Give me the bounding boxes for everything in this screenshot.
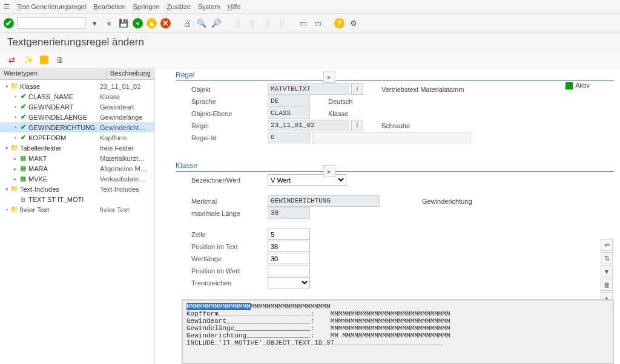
window1-icon[interactable]: ▭ [298, 18, 309, 28]
tree-node-desc: Gewindericht… [100, 124, 145, 131]
field-value[interactable]: CLASS [268, 108, 310, 119]
collapse-section1-icon[interactable]: ▸ [323, 71, 335, 83]
field-value[interactable]: 23_11_01_02 [268, 120, 349, 131]
tree-toggle-icon[interactable]: ▾ [4, 83, 10, 89]
side-delete-icon[interactable]: 🗑 [601, 279, 613, 291]
page-first-icon: ▯ [232, 18, 243, 28]
wlen-label: Wertlänge [191, 255, 268, 262]
tree-node-icon: 📁 [10, 206, 19, 213]
wand-icon[interactable]: ✨ [23, 54, 34, 65]
zeile-input[interactable] [268, 229, 310, 240]
menu-springen[interactable]: Springen [133, 3, 160, 10]
pos-input[interactable] [268, 241, 310, 252]
menu-bearbeiten[interactable]: Bearbeiten [93, 3, 125, 10]
tree-node-label: GEWINDELAENGE [27, 114, 100, 121]
tree-node-desc: Allgemeine M… [100, 165, 147, 172]
tree-row[interactable]: •📁freier Textfreier Text [0, 204, 154, 215]
tree-row[interactable]: •✔KOPFFORMKopfform [0, 132, 154, 143]
up-icon[interactable]: ▲ [147, 18, 157, 28]
tree-node-desc: 23_11_01_02 [100, 83, 140, 90]
tree-toggle-icon[interactable]: ▸ [12, 176, 19, 182]
page-prev-icon: ▯ [247, 18, 258, 28]
dropdown-icon[interactable]: ▾ [89, 18, 100, 28]
tree-row[interactable]: ▾📁Tabellenfelderfreie Felder [0, 143, 154, 153]
tree-col-desc: Beschreibung [107, 68, 154, 79]
toggle-icon[interactable]: ⇄ [6, 54, 17, 65]
tree-toggle-icon[interactable]: • [12, 135, 19, 141]
f4-help-icon[interactable]: i [351, 83, 363, 95]
tree-node-label: MAKT [27, 155, 100, 162]
tree-toggle-icon[interactable]: • [12, 94, 19, 100]
note-icon[interactable] [40, 56, 48, 64]
zeile-label: Zeile [191, 231, 268, 238]
tree-row[interactable]: ▸▦MVKEVerkaufsdate… [0, 174, 154, 184]
menu-hilfe[interactable]: Hilfe [227, 3, 240, 10]
menu-zusaetze[interactable]: Zusätze [167, 3, 191, 10]
bez-label: Bezeichner/Wert [191, 177, 268, 184]
tree-row[interactable]: ▾📁Klasse23_11_01_02 [0, 81, 154, 91]
toolbar-sub: ⇄ ✨ 🗎 [0, 52, 620, 68]
field-value[interactable]: 0 [268, 132, 310, 143]
tree-node-desc: Klasse [100, 93, 120, 100]
settings-icon[interactable]: ⚙ [348, 18, 359, 28]
save-icon[interactable]: 💾 [118, 18, 129, 28]
accept-icon[interactable]: ✔ [4, 18, 14, 28]
tree-toggle-icon[interactable]: ▸ [12, 166, 19, 172]
menu-textgen[interactable]: Text Generierungsregel [17, 3, 86, 10]
menubar: ☰ Text Generierungsregel Bearbeiten Spri… [0, 0, 620, 14]
field-value[interactable]: DE [268, 96, 310, 107]
wlen-input[interactable] [268, 253, 310, 264]
field-rtext: Deutsch [328, 98, 352, 105]
tree-row[interactable]: ▸▦MAKTMaterialkurzt… [0, 153, 154, 163]
tree-row[interactable]: ▸▦MARAAllgemeine M… [0, 163, 154, 174]
tree-row[interactable]: 🗎TEXT ST IT_MOTI [0, 194, 154, 204]
command-field[interactable] [18, 17, 85, 29]
tree-row[interactable]: ▾📁Text-IncludesText-Includes [0, 184, 154, 194]
tree-toggle-icon[interactable]: • [12, 114, 19, 120]
doc-icon[interactable]: 🗎 [54, 54, 65, 65]
tree-toggle-icon[interactable]: ▾ [4, 186, 10, 192]
back-double-icon[interactable]: « [104, 18, 114, 28]
collapse-section2-icon[interactable]: ▸ [323, 165, 335, 177]
side-sort-icon[interactable]: ⇅ [601, 252, 613, 264]
window2-icon[interactable]: ▭ [312, 18, 323, 28]
trenn-select[interactable] [268, 277, 310, 288]
tree-node-label: KOPFFORM [27, 134, 100, 141]
pwert-input[interactable] [268, 265, 310, 276]
side-filter-icon[interactable]: ▼ [601, 265, 613, 278]
field-rtext: Klasse [328, 110, 348, 117]
tree-row[interactable]: •✔GEWINDERICHTUNGGewindericht… [0, 122, 154, 132]
tree-node-label: freier Text [19, 206, 100, 213]
page-next-icon: ▯ [262, 18, 272, 28]
tree-node-desc: Text-Includes [100, 186, 139, 193]
tree-row[interactable]: •✔GEWINDELAENGEGewindelänge [0, 112, 154, 122]
field-extra[interactable] [312, 132, 470, 143]
aktiv-indicator: Aktiv [566, 82, 590, 89]
tree-row[interactable]: •✔CLASS_NAMEKlasse [0, 91, 154, 102]
merkmal-rtext: Gewinderichtung [422, 198, 472, 205]
print-icon[interactable]: 🖨 [182, 18, 193, 28]
tree-node-label: MVKE [27, 175, 100, 183]
cancel-icon[interactable]: ✕ [160, 18, 171, 28]
merkmal-value[interactable]: GEWINDERICHTUNG [268, 195, 380, 207]
field-value[interactable]: MATVTBLTXT [268, 83, 349, 95]
field-rtext: Vertriebstext Materialstamm [381, 86, 464, 93]
back-icon[interactable]: « [133, 18, 143, 28]
field-label: Regel [191, 122, 268, 129]
tree-node-icon: ✔ [19, 113, 27, 121]
tree-toggle-icon[interactable]: ▾ [4, 145, 10, 151]
tree-row[interactable]: •✔GEWINDEARTGewindeart [0, 102, 154, 112]
tree-toggle-icon[interactable]: • [12, 104, 19, 110]
tree-toggle-icon[interactable]: • [4, 207, 10, 213]
tree-toggle-icon[interactable]: • [12, 125, 19, 131]
tree-header: Wertetypen Beschreibung [0, 68, 154, 80]
tree-node-icon: 📁 [10, 82, 19, 90]
f4-help-icon[interactable]: i [351, 120, 363, 131]
side-back-icon[interactable]: ⇐ [601, 239, 613, 251]
help-icon[interactable]: ? [334, 18, 345, 28]
maxlen-label: maximale Länge [191, 210, 268, 217]
field-label: Objekt-Ebene [191, 110, 268, 117]
tree-toggle-icon[interactable]: ▸ [12, 155, 19, 161]
tree[interactable]: ▾📁Klasse23_11_01_02•✔CLASS_NAMEKlasse•✔G… [0, 80, 154, 216]
menu-system[interactable]: System [198, 3, 220, 10]
